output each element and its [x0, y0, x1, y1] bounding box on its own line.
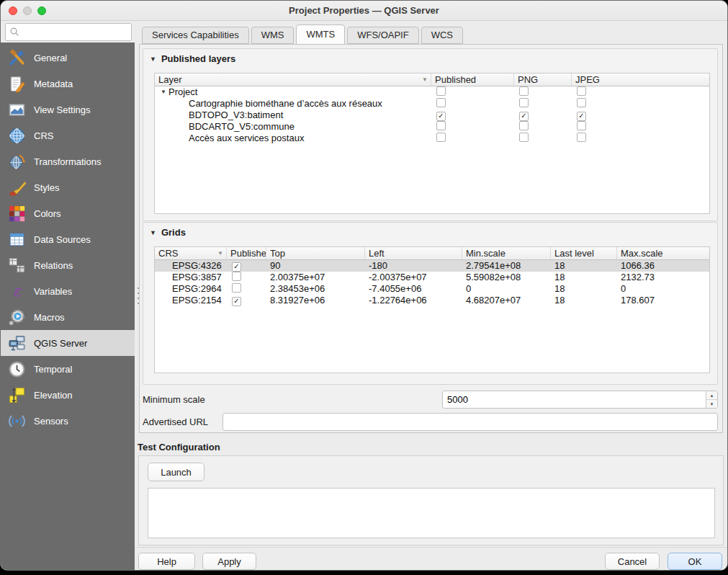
- column-header-crs[interactable]: CRS▼: [155, 247, 227, 259]
- tab-services-capabilities[interactable]: Services Capabilities: [142, 27, 249, 44]
- grid-row[interactable]: EPSG:38572.00375e+07-2.00375e+075.59082e…: [155, 272, 709, 283]
- sidebar-item-macros[interactable]: Macros: [1, 304, 135, 330]
- jpeg-checkbox[interactable]: ✓: [577, 112, 586, 121]
- jpeg-checkbox[interactable]: [577, 133, 586, 142]
- published-checkbox[interactable]: [436, 133, 446, 142]
- sidebar-item-crs[interactable]: CRS: [1, 122, 135, 148]
- sensor-icon: [7, 411, 27, 431]
- published-layers-title: Published layers: [161, 53, 235, 64]
- metadata-icon: [7, 74, 27, 94]
- published-layers-header[interactable]: ▼ Published layers: [143, 49, 717, 64]
- advertised-url-input[interactable]: [223, 413, 718, 431]
- sidebar-item-colors[interactable]: Colors: [1, 200, 135, 226]
- apply-button[interactable]: Apply: [202, 553, 256, 570]
- column-header-published[interactable]: Published: [431, 73, 514, 86]
- sidebar-item-relations[interactable]: Relations: [1, 252, 135, 278]
- png-checkbox[interactable]: [519, 121, 529, 130]
- grids-table: CRS▼PublishedTopLeftMin.scaleLast levelM…: [154, 246, 710, 373]
- step-down-icon[interactable]: ▼: [706, 400, 717, 408]
- column-header-published[interactable]: Published: [227, 247, 266, 259]
- published-cell: [431, 133, 514, 145]
- launch-button[interactable]: Launch: [148, 463, 205, 481]
- published-checkbox[interactable]: ✓: [232, 297, 241, 306]
- view-settings-icon: [7, 100, 27, 120]
- column-header-png[interactable]: PNG: [514, 73, 572, 86]
- published-cell: [227, 272, 266, 284]
- published-checkbox[interactable]: [436, 98, 446, 107]
- png-checkbox[interactable]: ✓: [519, 112, 529, 121]
- sidebar-item-label: View Settings: [34, 104, 91, 115]
- layer-name: BDCARTO_V5:commune: [189, 121, 295, 133]
- published-cell: ✓: [227, 260, 266, 272]
- published-checkbox[interactable]: [232, 283, 241, 293]
- color-grid-icon: [7, 204, 27, 223]
- grid-row[interactable]: EPSG:29642.38453e+06-7.4055e+060180: [155, 283, 709, 295]
- column-header-layer[interactable]: Layer▼: [155, 73, 431, 86]
- layer-row[interactable]: Cartographie biométhane d’accès aux rése…: [155, 98, 709, 110]
- minimum-scale-input[interactable]: [443, 391, 706, 408]
- sidebar-item-view-settings[interactable]: View Settings: [1, 97, 135, 122]
- png-checkbox[interactable]: [519, 98, 529, 107]
- published-checkbox[interactable]: ✓: [232, 262, 241, 272]
- grid-row[interactable]: EPSG:4326✓90-1802.79541e+08181066.36: [155, 260, 709, 272]
- tab-wms[interactable]: WMS: [251, 27, 295, 44]
- column-header-max-scale[interactable]: Max.scale: [617, 247, 709, 259]
- tab-wmts[interactable]: WMTS: [296, 24, 345, 45]
- crs-cell: EPSG:2964: [155, 283, 227, 295]
- sidebar-item-temporal[interactable]: Temporal: [1, 356, 135, 382]
- sidebar-search-box[interactable]: [5, 23, 132, 41]
- sidebar-item-qgis-server[interactable]: QGIS Server: [1, 330, 135, 356]
- sidebar-item-variables[interactable]: εVariables: [1, 278, 135, 304]
- sidebar-item-general[interactable]: General: [1, 45, 135, 71]
- min-scale-cell: 4.68207e+07: [462, 295, 551, 306]
- layer-row[interactable]: Accès aux services postaux: [155, 133, 709, 144]
- sidebar-item-label: Metadata: [34, 79, 73, 89]
- published-checkbox[interactable]: ✓: [436, 112, 446, 121]
- ok-button[interactable]: OK: [668, 553, 722, 570]
- layer-row[interactable]: BDTOPO_V3:batiment✓✓✓: [155, 110, 709, 121]
- column-header-left[interactable]: Left: [365, 247, 462, 259]
- published-checkbox[interactable]: [232, 272, 241, 281]
- png-checkbox[interactable]: [519, 133, 529, 142]
- last-level-cell: 18: [551, 295, 617, 306]
- sidebar-item-styles[interactable]: Styles: [1, 174, 135, 200]
- minimum-scale-spinbox[interactable]: ▲ ▼: [442, 391, 718, 409]
- sidebar-item-sensors[interactable]: Sensors: [1, 408, 135, 434]
- sidebar-item-metadata[interactable]: Metadata: [1, 71, 135, 97]
- grids-title: Grids: [161, 227, 186, 238]
- clock-icon: [7, 360, 27, 379]
- column-header-label: Published: [435, 73, 476, 86]
- help-button[interactable]: Help: [138, 553, 195, 570]
- grid-row[interactable]: EPSG:2154✓8.31927e+06-1.22764e+064.68207…: [155, 295, 709, 306]
- jpeg-checkbox[interactable]: [577, 86, 586, 96]
- test-output-area[interactable]: [148, 488, 715, 538]
- grids-header[interactable]: ▼ Grids: [143, 223, 717, 238]
- jpeg-cell: ✓: [572, 110, 709, 121]
- tree-expander-icon[interactable]: ▼: [158, 86, 168, 98]
- sidebar-item-data-sources[interactable]: Data Sources: [1, 226, 135, 252]
- column-header-last-level[interactable]: Last level: [551, 247, 617, 259]
- cancel-button[interactable]: Cancel: [605, 553, 660, 570]
- sidebar-item-elevation[interactable]: Elevation: [1, 382, 135, 408]
- titlebar[interactable]: Project Properties — QGIS Server: [1, 1, 727, 21]
- tab-wcs[interactable]: WCS: [421, 27, 463, 44]
- grids-table-header: CRS▼PublishedTopLeftMin.scaleLast levelM…: [155, 247, 709, 260]
- sidebar-search-input[interactable]: [21, 25, 131, 40]
- minimum-scale-stepper[interactable]: ▲ ▼: [706, 391, 717, 408]
- sidebar-item-transformations[interactable]: Transformations: [1, 148, 135, 174]
- column-header-jpeg[interactable]: JPEG: [572, 73, 709, 86]
- step-up-icon[interactable]: ▲: [706, 391, 717, 400]
- png-checkbox[interactable]: [519, 86, 529, 96]
- published-checkbox[interactable]: [436, 121, 446, 130]
- left-cell: -180: [365, 260, 462, 272]
- layer-row[interactable]: BDCARTO_V5:commune: [155, 121, 709, 133]
- jpeg-checkbox[interactable]: [577, 121, 586, 130]
- column-header-top[interactable]: Top: [266, 247, 365, 259]
- sidebar-item-label: Macros: [34, 312, 65, 323]
- column-header-min-scale[interactable]: Min.scale: [462, 247, 551, 259]
- published-checkbox[interactable]: [436, 86, 446, 96]
- tab-wfs-oapif[interactable]: WFS/OAPIF: [347, 27, 419, 44]
- minimum-scale-label: Minimum scale: [143, 394, 205, 405]
- jpeg-checkbox[interactable]: [577, 98, 586, 107]
- layer-row[interactable]: ▼Project: [155, 86, 709, 98]
